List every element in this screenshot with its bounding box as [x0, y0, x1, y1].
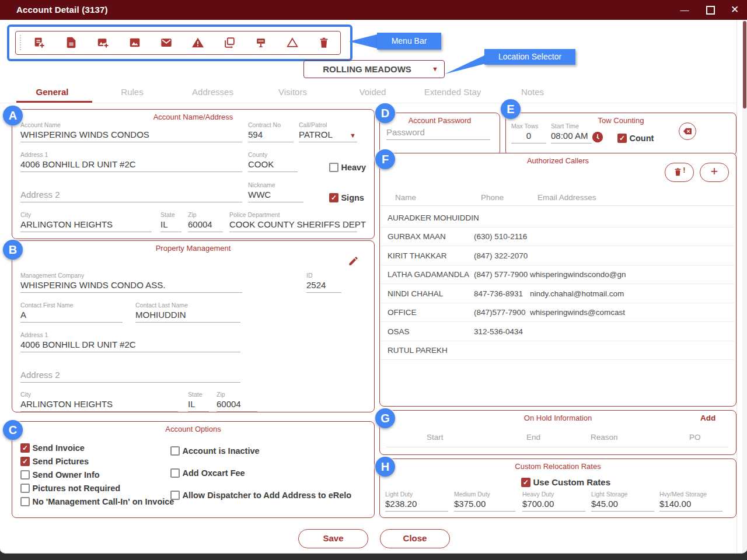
email-icon[interactable] [160, 36, 173, 49]
post-add-icon[interactable] [33, 36, 46, 49]
caller-row[interactable]: RUTUL PAREKH [388, 346, 448, 355]
nickname-field[interactable]: Nickname WWC [248, 181, 303, 202]
pm-city-field[interactable]: City ARLINGTON HEIGHTS [20, 391, 178, 412]
contract-no-field[interactable]: Contract No 594 [248, 121, 294, 142]
save-button[interactable]: Save [298, 529, 368, 548]
toolbar-drag-handle[interactable] [20, 35, 21, 50]
checkbox[interactable] [329, 163, 338, 172]
use-custom-rates-checkbox[interactable]: Use Custom Rates [521, 477, 610, 487]
allow-dispatcher-checkbox[interactable]: Allow Dispatcher to Add Address to eRelo [170, 489, 351, 500]
send-owner-info-checkbox[interactable]: Send Owner Info [20, 469, 100, 480]
management-id-field[interactable]: ID 2524 [306, 272, 341, 293]
hvy-med-storage-field[interactable]: Hvy/Med Storage $140.00 [659, 491, 722, 512]
count-checkbox[interactable]: Count [617, 132, 654, 143]
content-edge [736, 20, 737, 553]
caller-row[interactable]: AURADKER MOHUIDDIN [388, 214, 479, 222]
send-invoice-checkbox[interactable]: Send Invoice [20, 442, 85, 453]
caller-row[interactable]: OSAS [388, 327, 410, 336]
marker-b: B [3, 240, 23, 260]
menu-bar [15, 31, 341, 55]
caller-row[interactable]: KIRIT THAKKAR [388, 251, 447, 260]
scrollbar-thumb[interactable] [743, 21, 746, 108]
location-selector-value: ROLLING MEADOWS [304, 61, 430, 78]
warning-icon[interactable] [191, 36, 204, 49]
caller-row[interactable]: LATHA GADAMANDLA [388, 270, 469, 279]
state-field[interactable]: State IL [160, 211, 181, 232]
copy-flip-icon[interactable] [223, 36, 236, 49]
heavy-duty-field[interactable]: Heavy Duty $700.00 [522, 491, 585, 512]
pm-address2-field[interactable]: Address 2 [20, 362, 240, 383]
callers-header-email: Email Addresses [537, 193, 596, 202]
contact-first-name-field[interactable]: Contact First Name A [20, 302, 123, 323]
tab-extended-stay[interactable]: Extended Stay [413, 85, 493, 100]
account-name-field[interactable]: Account Name WHISPERING WINDS CONDOS [20, 121, 242, 142]
max-tows-field[interactable]: Max Tows 0 [511, 123, 546, 144]
tab-rules[interactable]: Rules [92, 85, 172, 100]
pictures-not-required-checkbox[interactable]: Pictures not Required [20, 482, 120, 493]
caller-row[interactable]: OFFICE [388, 308, 417, 317]
signs-checkbox[interactable]: Signs [329, 192, 364, 202]
chevron-down-icon: ▼ [432, 65, 438, 72]
address1-field[interactable]: Address 1 4006 BONHILL DR UNIT #2C [20, 151, 242, 172]
heavy-checkbox[interactable]: Heavy [329, 162, 366, 172]
menu-bar-highlight-frame [7, 24, 352, 61]
tab-divider [0, 103, 736, 103]
checkbox[interactable] [329, 193, 338, 202]
clear-count-button[interactable] [679, 123, 696, 140]
tab-notes[interactable]: Notes [493, 85, 573, 100]
contact-last-name-field[interactable]: Contact Last Name MOHIUDDIN [135, 302, 240, 323]
trash-icon[interactable] [317, 36, 330, 49]
medium-duty-field[interactable]: Medium Duty $375.00 [454, 491, 515, 512]
city-field[interactable]: City ARLINGTON HEIGHTS [20, 211, 152, 232]
close-button[interactable]: Close [380, 529, 450, 548]
callers-header-name: Name [395, 193, 416, 202]
password-field[interactable]: Password [386, 127, 490, 140]
menu-bar-callout-arrow [349, 33, 378, 50]
add-oxcart-fee-checkbox[interactable]: Add Oxcart Fee [170, 467, 245, 478]
caller-row[interactable]: NINDI CHAHAL [388, 289, 443, 298]
no-management-callin-checkbox[interactable]: No 'Management Call-In' on Invoice [20, 496, 174, 506]
trash-alert-icon [673, 167, 683, 177]
image-icon[interactable] [128, 36, 141, 49]
close-window-button[interactable]: ✕ [727, 4, 742, 16]
backspace-icon [682, 126, 693, 136]
caller-row[interactable]: GURBAX MAAN [388, 232, 446, 241]
on-hold-add-link[interactable]: Add [700, 414, 715, 422]
edit-pencil-icon[interactable] [348, 256, 359, 267]
send-pictures-checkbox[interactable]: Send Pictures [20, 456, 89, 466]
document-icon[interactable] [65, 36, 78, 49]
marker-f: F [375, 149, 395, 169]
add-photo-icon[interactable] [96, 36, 109, 49]
pm-address1-field[interactable]: Address 1 4006 BONHILL DR UNIT #2C [20, 331, 240, 352]
management-company-field[interactable]: Management Company WHISPERING WINDS COND… [20, 272, 242, 293]
pm-zip-field[interactable]: Zip 60004 [217, 391, 257, 412]
location-selector[interactable]: ROLLING MEADOWS ▼ [303, 60, 445, 78]
titlebar[interactable]: Account Detail (3137) — ✕ [0, 0, 747, 20]
light-duty-field[interactable]: Light Duty $238.20 [385, 491, 448, 512]
tab-visitors[interactable]: Visitors [253, 85, 333, 100]
police-department-field[interactable]: Police Department COOK COUNTY SHERIFFS D… [229, 211, 357, 232]
county-field[interactable]: County COOK [248, 151, 298, 172]
tab-addresses[interactable]: Addresses [173, 85, 253, 100]
address2-field[interactable]: Address 2 [20, 181, 242, 202]
pm-state-field[interactable]: State IL [188, 391, 209, 412]
minimize-button[interactable]: — [677, 4, 692, 16]
tab-general[interactable]: General [12, 85, 92, 100]
sign-icon[interactable] [254, 36, 267, 49]
section-title: Account Name/Address [12, 113, 374, 121]
zip-field[interactable]: Zip 60004 [188, 211, 223, 232]
triangle-icon[interactable] [286, 36, 299, 49]
window-title: Account Detail (3137) [16, 5, 108, 15]
maximize-button[interactable] [703, 4, 718, 16]
start-time-field[interactable]: Start Time 08:00 AM [551, 123, 592, 144]
add-caller-button[interactable]: + [700, 163, 729, 182]
marker-g: G [375, 408, 395, 428]
light-storage-field[interactable]: Light Storage $45.00 [591, 491, 654, 512]
clock-icon[interactable] [591, 131, 604, 144]
call-patrol-select[interactable]: Call/Patrol PATROL ▼ [299, 121, 357, 142]
menu-bar-callout: Menu Bar [377, 33, 441, 50]
tab-voided[interactable]: Voided [333, 85, 413, 100]
delete-caller-button[interactable]: ! [665, 163, 694, 182]
maximize-icon [706, 6, 715, 15]
account-inactive-checkbox[interactable]: Account is Inactive [170, 445, 260, 456]
